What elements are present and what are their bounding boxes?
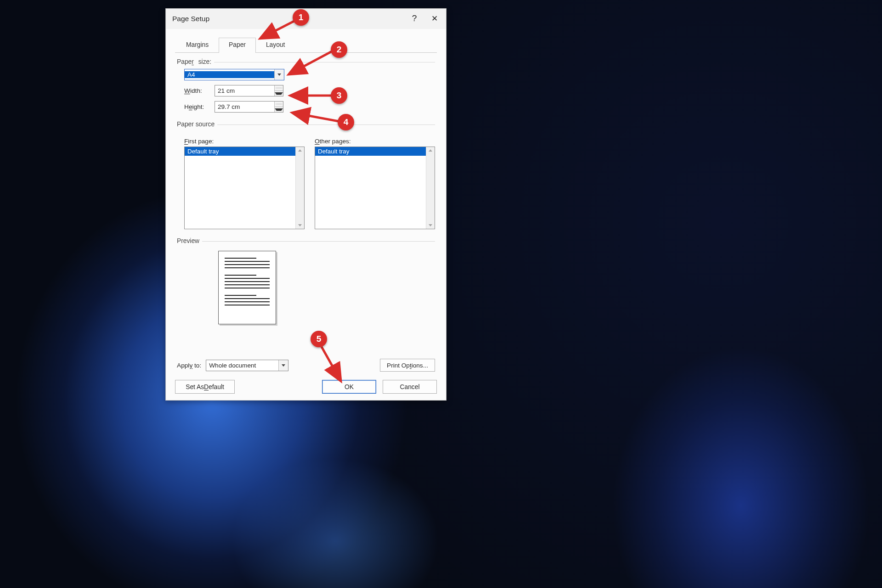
other-pages-item[interactable]: Default tray	[315, 147, 426, 156]
ok-button[interactable]: OK	[322, 380, 376, 394]
preview-page	[218, 251, 276, 324]
callout-5: 5	[311, 331, 327, 347]
chevron-down-icon[interactable]	[278, 360, 288, 371]
dialog-footer: Set As Default OK Cancel	[175, 380, 437, 394]
scrollbar[interactable]	[295, 147, 304, 229]
apply-to-combo[interactable]: Whole document	[206, 360, 288, 371]
cancel-button[interactable]: Cancel	[383, 380, 437, 394]
callout-2: 2	[331, 41, 347, 58]
callout-4: 4	[338, 114, 354, 130]
preview-area	[177, 251, 435, 324]
apply-to-value: Whole document	[206, 362, 278, 369]
width-value: 21 cm	[215, 87, 274, 94]
height-spinner[interactable]: 29.7 cm	[215, 101, 283, 113]
width-spinner[interactable]: 21 cm	[215, 85, 283, 96]
tabs: Margins Paper Layout	[176, 38, 295, 52]
group-preview: Preview	[177, 237, 435, 244]
callout-1: 1	[293, 9, 309, 26]
tab-margins[interactable]: Margins	[176, 38, 219, 52]
other-pages-list[interactable]: Default tray	[315, 147, 435, 229]
spinner-down-icon[interactable]	[275, 107, 283, 112]
chevron-down-icon[interactable]	[274, 69, 284, 80]
first-page-item[interactable]: Default tray	[185, 147, 295, 156]
tab-paper[interactable]: Paper	[219, 38, 256, 52]
paper-size-combo[interactable]: A4	[184, 69, 284, 80]
callout-3: 3	[331, 87, 347, 104]
tab-layout[interactable]: Layout	[256, 38, 295, 52]
close-icon[interactable]: ✕	[430, 14, 439, 23]
other-pages-label: Other pages:	[315, 138, 435, 145]
first-page-list[interactable]: Default tray	[184, 147, 305, 229]
spinner-down-icon[interactable]	[275, 91, 283, 96]
page-setup-dialog: Page Setup ? ✕ Margins Paper Layout Pape…	[165, 8, 447, 401]
dialog-title: Page Setup	[172, 15, 209, 23]
paper-size-value: A4	[185, 71, 274, 78]
spinner-up-icon[interactable]	[275, 102, 283, 107]
height-label: Height:	[184, 103, 215, 110]
group-paper-source: Paper source	[177, 121, 435, 128]
height-value: 29.7 cm	[215, 103, 274, 110]
group-paper-size: Paper size:	[177, 58, 435, 65]
apply-to-label: Apply to:	[177, 362, 201, 369]
first-page-label: First page:	[184, 138, 305, 145]
spinner-up-icon[interactable]	[275, 85, 283, 91]
paper-tab-body: Paper size: A4 Width: 21 cm Height:	[177, 57, 435, 372]
set-default-button[interactable]: Set As Default	[175, 380, 235, 394]
print-options-button[interactable]: Print Options...	[380, 359, 435, 372]
width-label: Width:	[184, 87, 215, 94]
help-icon[interactable]: ?	[410, 14, 418, 22]
scrollbar[interactable]	[426, 147, 435, 229]
